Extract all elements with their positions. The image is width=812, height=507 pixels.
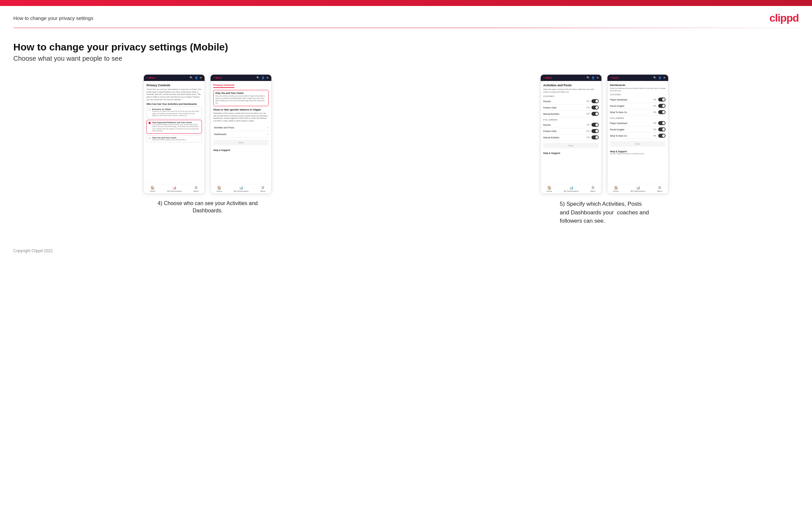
toggle-followers-manual: Manual Activities ON xyxy=(543,134,599,141)
privacy-controls-tab[interactable]: Privacy Controls xyxy=(213,83,235,88)
bottom-nav-home-3[interactable]: 🏠 Home xyxy=(547,186,552,192)
toggle-followers-drills-status: ON xyxy=(587,130,590,132)
toggle-followers-drills-control[interactable]: ON xyxy=(587,129,599,133)
toggle-coaches-rounds-status: ON xyxy=(587,100,590,102)
bottom-nav-performance-2[interactable]: 📊 My Performance xyxy=(234,186,248,192)
toggle-coaches-what-work-switch[interactable] xyxy=(658,110,666,114)
toggle-coaches-drills-switch[interactable] xyxy=(592,106,599,110)
radio-content-approved: Only Approved Followers and Your Coach O… xyxy=(152,121,200,132)
bottom-nav-menu-3[interactable]: ☰ Menu xyxy=(591,186,596,192)
toggle-coaches-player-dash-switch[interactable] xyxy=(658,98,666,102)
radio-everyone[interactable]: Everyone on Clippd Everyone on Clippd ca… xyxy=(146,107,202,118)
settings-icon[interactable]: ⚙ xyxy=(200,76,202,79)
toggle-coaches-rounds-label: Rounds xyxy=(543,100,551,103)
toggle-coaches-manual-label: Manual Activities xyxy=(543,113,559,115)
phone-1-nav: < Back 🔍 👤 ⚙ xyxy=(144,75,205,81)
bottom-nav-menu-2[interactable]: ☰ Menu xyxy=(260,186,265,192)
settings-icon-3[interactable]: ⚙ xyxy=(597,76,599,79)
radio-coach-only[interactable]: Only You and Your Coach Only you and the… xyxy=(146,135,202,143)
toggle-coaches-what-work-control[interactable]: ON xyxy=(653,110,666,114)
toggle-followers-drills: Practice Drills ON xyxy=(543,128,599,134)
radio-approved[interactable]: Only Approved Followers and Your Coach O… xyxy=(146,120,202,134)
home-label-3: Home xyxy=(547,190,552,192)
toggle-coaches-rounds-control[interactable]: ON xyxy=(587,99,599,103)
search-icon[interactable]: 🔍 xyxy=(190,76,193,79)
phone-3-back[interactable]: < Back xyxy=(543,76,552,79)
phone-screen-1: < Back 🔍 👤 ⚙ Privacy Controls Control ho… xyxy=(144,74,205,194)
phone-2-body: Privacy Controls Only You and Your Coach… xyxy=(211,81,271,184)
toggle-followers-what-work: What To Work On ON xyxy=(610,133,666,139)
phone-screen-3: < Back 🔍 👤 ⚙ Activities and Posts Select… xyxy=(540,74,602,194)
save-btn-4[interactable]: Save xyxy=(610,141,666,147)
help-support-2: Help & Support xyxy=(213,147,269,151)
profile-icon[interactable]: 👤 xyxy=(195,76,198,79)
coaches-label-3: COACHES xyxy=(543,95,599,97)
toggle-coaches-round-insights-switch[interactable] xyxy=(658,104,666,108)
toggle-followers-what-work-status: ON xyxy=(653,135,656,137)
popup-title: Only You and Your Coach xyxy=(215,92,267,94)
toggle-followers-round-insights: Round Insights ON xyxy=(610,126,666,133)
bottom-nav-menu-4[interactable]: ☰ Menu xyxy=(657,186,662,192)
toggle-followers-rounds: Rounds ON xyxy=(543,122,599,128)
toggle-coaches-round-insights-control[interactable]: ON xyxy=(653,104,666,108)
search-icon-3[interactable]: 🔍 xyxy=(587,76,590,79)
toggle-followers-player-dash-switch[interactable] xyxy=(658,121,666,125)
save-btn-3[interactable]: Save xyxy=(543,143,599,148)
menu-activities[interactable]: Activities and Posts › xyxy=(213,124,269,131)
toggle-followers-what-work-control[interactable]: ON xyxy=(653,134,666,138)
toggle-coaches-drills-control[interactable]: ON xyxy=(587,106,599,110)
phone-1-back[interactable]: < Back xyxy=(146,76,155,79)
bottom-nav-home-4[interactable]: 🏠 Home xyxy=(613,186,619,192)
save-btn-2[interactable]: Save xyxy=(213,140,269,145)
toggle-coaches-manual-control[interactable]: ON xyxy=(587,112,599,116)
toggle-followers-rounds-switch[interactable] xyxy=(592,123,599,127)
search-icon-2[interactable]: 🔍 xyxy=(256,76,260,79)
activities-desc: Select the types of activity that you'd … xyxy=(543,88,599,93)
bottom-nav-performance-4[interactable]: 📊 My Performance xyxy=(631,186,645,192)
toggle-followers-manual-label: Manual Activities xyxy=(543,136,559,139)
toggle-followers-drills-switch[interactable] xyxy=(592,129,599,133)
profile-icon-4[interactable]: 👤 xyxy=(658,76,662,79)
phone-2-back[interactable]: < Back xyxy=(213,76,222,79)
toggle-followers-round-insights-switch[interactable] xyxy=(658,127,666,131)
toggle-coaches-drills: Practice Drills ON xyxy=(543,105,599,111)
home-label-4: Home xyxy=(613,190,619,192)
toggle-followers-manual-control[interactable]: ON xyxy=(587,135,599,139)
toggle-coaches-player-dash-control[interactable]: ON xyxy=(653,98,666,102)
toggle-followers-drills-label: Practice Drills xyxy=(543,130,557,132)
settings-icon-2[interactable]: ⚙ xyxy=(266,76,269,79)
performance-label-3: My Performance xyxy=(564,190,578,192)
search-icon-4[interactable]: 🔍 xyxy=(653,76,657,79)
menu-label-1: Menu xyxy=(194,190,199,192)
phone-4-back[interactable]: < Back xyxy=(610,76,619,79)
profile-icon-3[interactable]: 👤 xyxy=(592,76,595,79)
toggle-followers-what-work-switch[interactable] xyxy=(658,134,666,138)
toggle-followers-rounds-control[interactable]: ON xyxy=(587,123,599,127)
menu-dashboards[interactable]: Dashboards › xyxy=(213,131,269,138)
header-title: How to change your privacy settings xyxy=(13,15,93,21)
toggle-followers-player-dash-control[interactable]: ON xyxy=(653,121,666,125)
menu-dashboards-label: Dashboards xyxy=(214,133,226,135)
bottom-nav-menu-1[interactable]: ☰ Menu xyxy=(194,186,199,192)
toggle-coaches-manual: Manual Activities ON xyxy=(543,111,599,117)
phone-4-bottom-nav: 🏠 Home 📊 My Performance ☰ Menu xyxy=(607,184,668,193)
bottom-nav-performance-3[interactable]: 📊 My Performance xyxy=(564,186,578,192)
toggle-followers-round-insights-control[interactable]: ON xyxy=(653,127,666,131)
screenshot-group-1: < Back 🔍 👤 ⚙ Privacy Controls Control ho… xyxy=(13,74,402,215)
toggle-followers-rounds-label: Rounds xyxy=(543,124,551,126)
toggle-followers-manual-switch[interactable] xyxy=(592,135,599,139)
bottom-nav-home-1[interactable]: 🏠 Home xyxy=(150,186,155,192)
toggle-coaches-rounds-switch[interactable] xyxy=(592,99,599,103)
menu-label-4: Menu xyxy=(657,190,662,192)
settings-icon-4[interactable]: ⚙ xyxy=(663,76,666,79)
bottom-nav-home-2[interactable]: 🏠 Home xyxy=(216,186,222,192)
bottom-nav-performance-1[interactable]: 📊 My Performance xyxy=(167,186,182,192)
header: How to change your privacy settings clip… xyxy=(0,6,812,27)
profile-icon-2[interactable]: 👤 xyxy=(261,76,265,79)
toggle-coaches-manual-switch[interactable] xyxy=(592,112,599,116)
radio-content-everyone: Everyone on Clippd Everyone on Clippd ca… xyxy=(152,108,200,117)
performance-label-2: My Performance xyxy=(234,190,248,192)
toggle-followers-manual-status: ON xyxy=(587,136,590,138)
popup-desc: Only you and the coaches you connect wit… xyxy=(215,95,267,104)
phone-2-bottom-nav: 🏠 Home 📊 My Performance ☰ Menu xyxy=(211,184,271,193)
